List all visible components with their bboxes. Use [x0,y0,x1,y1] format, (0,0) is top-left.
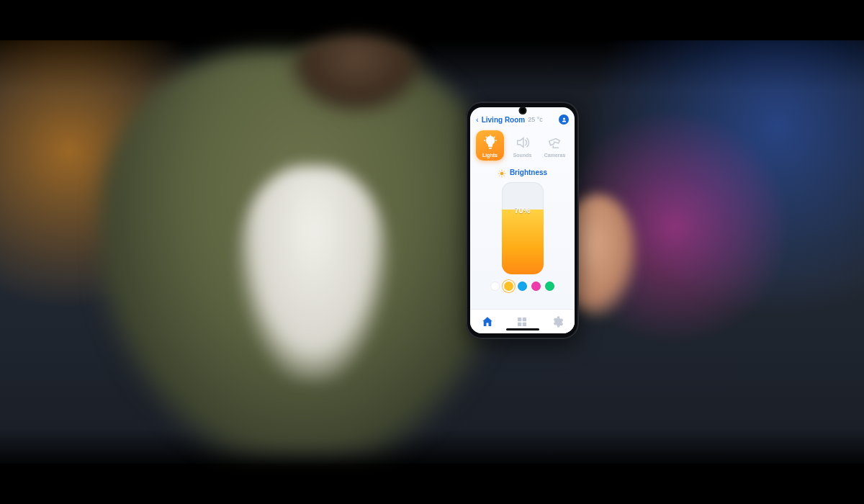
gear-icon [551,315,564,328]
tab-label: Sounds [513,153,532,158]
person-icon [561,117,567,123]
nav-rooms[interactable] [516,315,528,328]
color-swatch-4[interactable] [545,282,554,291]
brightness-slider-container: 70% [470,179,575,279]
speaker-icon [515,135,531,150]
photo-scene: ‹ Living Room 25 °c Lights [0,0,864,504]
section-header: Brightness [470,162,575,179]
lightbulb-icon [482,135,498,150]
app-screen: ‹ Living Room 25 °c Lights [470,107,575,333]
nav-settings[interactable] [551,315,564,328]
letterbox-top [0,0,864,40]
person-beard [288,35,425,114]
nav-home[interactable] [481,315,494,328]
color-swatch-1[interactable] [504,282,513,291]
tab-label: Cameras [544,153,566,158]
back-button[interactable]: ‹ [476,116,479,124]
smartphone-frame: ‹ Living Room 25 °c Lights [466,102,579,339]
section-title: Brightness [510,168,547,176]
brightness-icon [498,168,506,176]
room-temperature: 25 °c [528,116,543,123]
tab-cameras[interactable]: Cameras [541,130,569,161]
svg-point-0 [500,172,503,175]
letterbox-bottom [0,464,864,504]
color-swatch-0[interactable] [490,282,500,291]
category-tabs: Lights Sounds Cameras [470,127,575,162]
camera-icon [547,135,563,150]
home-icon [481,315,494,328]
color-swatches [470,279,575,295]
gesture-bar [506,328,539,330]
person-shirt [238,166,389,382]
brightness-value: 70% [502,206,544,215]
color-swatch-2[interactable] [518,282,527,291]
grid-icon [516,315,528,328]
front-camera-punchhole [520,108,525,113]
room-title: Living Room [482,116,526,124]
profile-avatar[interactable] [559,114,569,125]
brightness-slider[interactable]: 70% [502,182,544,274]
color-swatch-3[interactable] [531,282,541,291]
brightness-fill [502,210,544,274]
tab-sounds[interactable]: Sounds [508,130,536,161]
tab-lights[interactable]: Lights [476,130,504,161]
tab-label: Lights [482,153,498,158]
